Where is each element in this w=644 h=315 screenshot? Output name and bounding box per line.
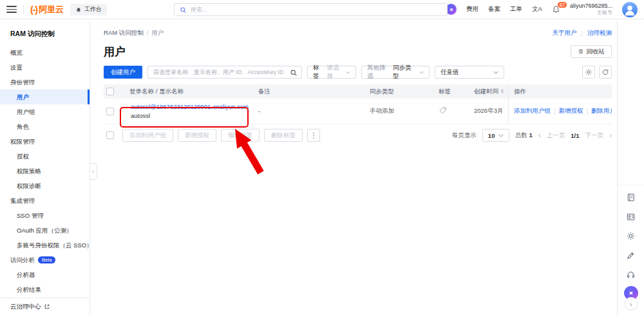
- aliyun-logo-mark: (-): [30, 5, 37, 15]
- sync-type-cell: 手动添加: [370, 107, 439, 115]
- sidebar-item-label: 设置: [10, 60, 23, 75]
- global-search-input[interactable]: [191, 6, 442, 13]
- create-user-button[interactable]: 创建用户: [104, 66, 142, 79]
- sidebar-item-users[interactable]: 用户: [0, 90, 90, 104]
- contact-card-icon[interactable]: [623, 209, 639, 225]
- sidebar-item-oauth-apps[interactable]: OAuth 应用（公测）: [0, 223, 90, 238]
- user-filter-search[interactable]: [147, 66, 302, 79]
- breadcrumb-root[interactable]: RAM 访问控制: [104, 29, 144, 36]
- home-icon: [75, 6, 82, 13]
- sidebar-item-label: 权限策略: [17, 164, 41, 178]
- sidebar-item-cloud-sso[interactable]: 多账号身份权限（云 SSO）: [0, 238, 90, 253]
- select-all-checkbox[interactable]: [106, 88, 114, 95]
- breadcrumb-current: 用户: [151, 29, 164, 36]
- tags-cell[interactable]: [439, 106, 474, 116]
- recycle-bin-button[interactable]: 回收站: [571, 45, 612, 58]
- support-headset-icon[interactable]: [623, 267, 639, 283]
- account-menu[interactable]: aliyun7696285... 主账号: [570, 3, 612, 15]
- workbench-button[interactable]: 工作台: [70, 4, 107, 15]
- add-to-group-link[interactable]: 添加到用户组: [514, 107, 551, 115]
- user-filter-input[interactable]: [148, 66, 301, 78]
- page-size-select[interactable]: 10: [482, 129, 509, 142]
- governance-check-link[interactable]: 治理检测: [587, 29, 612, 37]
- sidebar-item-analysis-results[interactable]: 分析结果: [0, 282, 90, 297]
- batch-action-bar: 添加到用户组 新增授权 编辑标签 删除标签 ⋮ 每页显示 10 总数 1 ‹ 上…: [104, 129, 612, 142]
- language-switch-icon[interactable]: 文A: [532, 5, 542, 14]
- sidebar-item-roles[interactable]: 角色: [0, 119, 90, 134]
- prev-page-button[interactable]: 上一页: [547, 131, 565, 140]
- sidebar-collapse-handle[interactable]: ‹: [90, 163, 97, 180]
- ram-console-screen: (-) 阿里云 工作台 文档 费用 备案 工单 文A 67: [0, 0, 644, 315]
- sidebar-item-identity-management[interactable]: 身份管理: [0, 75, 90, 90]
- sidebar-item-label: 权限诊断: [17, 178, 41, 193]
- chevron-down-icon: [419, 71, 424, 74]
- table-tools: [582, 66, 612, 79]
- other-filter-select[interactable]: 其他筛选 同步类型: [361, 66, 430, 79]
- sidebar-item-label: OAuth 应用（公测）: [17, 223, 73, 238]
- tag-icon: [439, 106, 447, 115]
- nav-tickets[interactable]: 工单: [510, 5, 522, 14]
- trash-icon: [578, 48, 584, 55]
- batch-add-grant-button[interactable]: 新增授权: [178, 129, 216, 142]
- about-users-link[interactable]: 关于用户: [553, 29, 577, 37]
- batch-edit-tags-button[interactable]: 编辑标签: [221, 129, 260, 142]
- rail-expand-button[interactable]: ›: [624, 297, 638, 310]
- delete-user-link[interactable]: 删除用户: [591, 107, 612, 115]
- global-search[interactable]: [174, 3, 448, 16]
- table-settings-button[interactable]: [582, 66, 595, 79]
- sidebar-nav: 概览设置身份管理用户用户组角色权限管理授权权限策略权限诊断集成管理SSO 管理O…: [0, 45, 90, 297]
- tongyi-star-icon: [448, 6, 455, 13]
- search-icon[interactable]: [290, 69, 298, 77]
- sidebar-item-overview[interactable]: 概览: [0, 45, 90, 60]
- sidebar-item-label: 多账号身份权限（云 SSO）: [17, 238, 90, 253]
- prev-page-icon[interactable]: ‹: [538, 131, 541, 139]
- feedback-pencil-icon[interactable]: [623, 247, 639, 263]
- batch-add-to-group-button[interactable]: 添加到用户组: [122, 129, 173, 142]
- add-grant-link[interactable]: 新增授权: [558, 107, 583, 115]
- beta-badge: Beta: [38, 256, 55, 263]
- recycle-bin-label: 回收站: [587, 48, 605, 56]
- batch-select-checkbox[interactable]: [106, 131, 114, 139]
- pagination: 每页显示 10 总数 1 ‹ 上一页 1/1 下一页 ›: [452, 129, 612, 142]
- notifications-bell-icon[interactable]: 67: [552, 5, 560, 14]
- next-page-icon[interactable]: ›: [609, 131, 612, 139]
- sidebar-item-permission-diagnosis[interactable]: 权限诊断: [0, 178, 90, 193]
- sidebar-item-grants[interactable]: 授权: [0, 149, 90, 164]
- avatar[interactable]: [622, 2, 638, 17]
- sort-icon[interactable]: [500, 89, 504, 93]
- chevron-down-icon: [498, 134, 504, 137]
- sidebar-item-analyzers[interactable]: 分析器: [0, 267, 90, 282]
- sidebar-item-integration-management[interactable]: 集成管理: [0, 193, 90, 208]
- sidebar-footer-governance-center[interactable]: 云治理中心: [0, 298, 90, 315]
- batch-delete-tags-button[interactable]: 删除标签: [264, 129, 303, 142]
- sidebar-item-permission-management[interactable]: 权限管理: [0, 134, 90, 149]
- batch-more-button[interactable]: ⋮: [307, 129, 320, 142]
- tag-filter-placeholder: 请选择: [327, 64, 343, 81]
- nav-icp[interactable]: 备案: [488, 5, 500, 14]
- row-checkbox[interactable]: [106, 108, 114, 115]
- settings-gear-icon[interactable]: [623, 228, 639, 244]
- manual-guide-icon[interactable]: [623, 189, 639, 205]
- aliyun-logo-text: 阿里云: [39, 4, 64, 15]
- governance-center-label: 云治理中心: [10, 303, 41, 311]
- filter-value-select[interactable]: 任意值: [435, 66, 504, 79]
- sidebar-item-label: 身份管理: [10, 75, 35, 90]
- next-page-button[interactable]: 下一页: [585, 131, 604, 140]
- col-header-created[interactable]: 创建时间: [474, 88, 508, 96]
- breadcrumb: RAM 访问控制/用户: [104, 29, 164, 37]
- hamburger-menu-icon[interactable]: [6, 6, 17, 13]
- external-link-icon: [44, 303, 50, 310]
- tag-filter-select[interactable]: 标签 请选择: [307, 66, 356, 79]
- aliyun-logo[interactable]: (-) 阿里云: [30, 4, 64, 15]
- sidebar-item-label: 用户: [17, 90, 29, 104]
- sidebar-item-label: 用户组: [17, 104, 35, 119]
- refresh-button[interactable]: [599, 66, 612, 79]
- sidebar-item-access-analysis[interactable]: 访问分析Beta: [0, 253, 90, 267]
- nav-billing[interactable]: 费用: [466, 5, 478, 14]
- sidebar-item-sso-management[interactable]: SSO 管理: [0, 208, 90, 223]
- sidebar-item-permission-policies[interactable]: 权限策略: [0, 164, 90, 178]
- sidebar-item-user-groups[interactable]: 用户组: [0, 104, 90, 119]
- user-login-name-link[interactable]: autossl@1967623120129901.onaliyun.com: [131, 103, 249, 110]
- sidebar-item-settings[interactable]: 设置: [0, 60, 90, 75]
- topnav: (-) 阿里云 工作台 文档 费用 备案 工单 文A 67: [0, 0, 644, 19]
